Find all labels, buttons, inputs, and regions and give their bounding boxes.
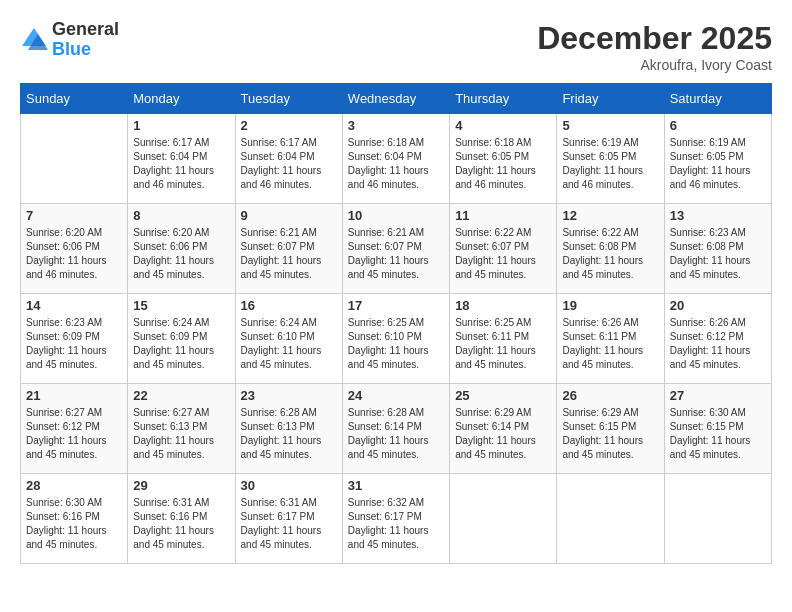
calendar-cell: 6Sunrise: 6:19 AMSunset: 6:05 PMDaylight…: [664, 114, 771, 204]
calendar-cell: 16Sunrise: 6:24 AMSunset: 6:10 PMDayligh…: [235, 294, 342, 384]
day-info: Sunrise: 6:21 AMSunset: 6:07 PMDaylight:…: [348, 226, 444, 282]
day-info: Sunrise: 6:20 AMSunset: 6:06 PMDaylight:…: [26, 226, 122, 282]
logo-general: General: [52, 20, 119, 40]
day-number: 23: [241, 388, 337, 403]
day-info: Sunrise: 6:31 AMSunset: 6:17 PMDaylight:…: [241, 496, 337, 552]
day-info: Sunrise: 6:17 AMSunset: 6:04 PMDaylight:…: [241, 136, 337, 192]
day-info: Sunrise: 6:27 AMSunset: 6:12 PMDaylight:…: [26, 406, 122, 462]
calendar-cell: 21Sunrise: 6:27 AMSunset: 6:12 PMDayligh…: [21, 384, 128, 474]
day-number: 21: [26, 388, 122, 403]
logo-text: General Blue: [52, 20, 119, 60]
day-number: 31: [348, 478, 444, 493]
calendar-cell: [557, 474, 664, 564]
day-number: 18: [455, 298, 551, 313]
calendar-cell: [450, 474, 557, 564]
day-info: Sunrise: 6:24 AMSunset: 6:10 PMDaylight:…: [241, 316, 337, 372]
day-number: 4: [455, 118, 551, 133]
day-info: Sunrise: 6:27 AMSunset: 6:13 PMDaylight:…: [133, 406, 229, 462]
calendar-cell: 5Sunrise: 6:19 AMSunset: 6:05 PMDaylight…: [557, 114, 664, 204]
calendar-header-tuesday: Tuesday: [235, 84, 342, 114]
calendar-cell: 22Sunrise: 6:27 AMSunset: 6:13 PMDayligh…: [128, 384, 235, 474]
day-info: Sunrise: 6:24 AMSunset: 6:09 PMDaylight:…: [133, 316, 229, 372]
day-info: Sunrise: 6:28 AMSunset: 6:13 PMDaylight:…: [241, 406, 337, 462]
calendar-cell: 20Sunrise: 6:26 AMSunset: 6:12 PMDayligh…: [664, 294, 771, 384]
calendar-cell: 17Sunrise: 6:25 AMSunset: 6:10 PMDayligh…: [342, 294, 449, 384]
calendar-week-row: 7Sunrise: 6:20 AMSunset: 6:06 PMDaylight…: [21, 204, 772, 294]
day-number: 26: [562, 388, 658, 403]
page-header: General Blue December 2025 Akroufra, Ivo…: [20, 20, 772, 73]
day-number: 7: [26, 208, 122, 223]
calendar-cell: [21, 114, 128, 204]
calendar-cell: 1Sunrise: 6:17 AMSunset: 6:04 PMDaylight…: [128, 114, 235, 204]
calendar-cell: 4Sunrise: 6:18 AMSunset: 6:05 PMDaylight…: [450, 114, 557, 204]
day-info: Sunrise: 6:18 AMSunset: 6:05 PMDaylight:…: [455, 136, 551, 192]
day-info: Sunrise: 6:17 AMSunset: 6:04 PMDaylight:…: [133, 136, 229, 192]
calendar-cell: 9Sunrise: 6:21 AMSunset: 6:07 PMDaylight…: [235, 204, 342, 294]
calendar-cell: 13Sunrise: 6:23 AMSunset: 6:08 PMDayligh…: [664, 204, 771, 294]
day-number: 10: [348, 208, 444, 223]
day-number: 17: [348, 298, 444, 313]
day-number: 5: [562, 118, 658, 133]
calendar-cell: 10Sunrise: 6:21 AMSunset: 6:07 PMDayligh…: [342, 204, 449, 294]
day-number: 2: [241, 118, 337, 133]
calendar-table: SundayMondayTuesdayWednesdayThursdayFrid…: [20, 83, 772, 564]
day-info: Sunrise: 6:32 AMSunset: 6:17 PMDaylight:…: [348, 496, 444, 552]
day-info: Sunrise: 6:31 AMSunset: 6:16 PMDaylight:…: [133, 496, 229, 552]
calendar-cell: 28Sunrise: 6:30 AMSunset: 6:16 PMDayligh…: [21, 474, 128, 564]
day-info: Sunrise: 6:18 AMSunset: 6:04 PMDaylight:…: [348, 136, 444, 192]
day-info: Sunrise: 6:28 AMSunset: 6:14 PMDaylight:…: [348, 406, 444, 462]
day-info: Sunrise: 6:29 AMSunset: 6:14 PMDaylight:…: [455, 406, 551, 462]
day-number: 30: [241, 478, 337, 493]
day-info: Sunrise: 6:23 AMSunset: 6:08 PMDaylight:…: [670, 226, 766, 282]
day-number: 25: [455, 388, 551, 403]
month-title: December 2025: [537, 20, 772, 57]
calendar-header-friday: Friday: [557, 84, 664, 114]
calendar-cell: 18Sunrise: 6:25 AMSunset: 6:11 PMDayligh…: [450, 294, 557, 384]
calendar-week-row: 14Sunrise: 6:23 AMSunset: 6:09 PMDayligh…: [21, 294, 772, 384]
day-number: 29: [133, 478, 229, 493]
day-number: 22: [133, 388, 229, 403]
day-info: Sunrise: 6:30 AMSunset: 6:15 PMDaylight:…: [670, 406, 766, 462]
calendar-cell: 12Sunrise: 6:22 AMSunset: 6:08 PMDayligh…: [557, 204, 664, 294]
day-info: Sunrise: 6:22 AMSunset: 6:08 PMDaylight:…: [562, 226, 658, 282]
day-info: Sunrise: 6:23 AMSunset: 6:09 PMDaylight:…: [26, 316, 122, 372]
day-number: 6: [670, 118, 766, 133]
day-number: 3: [348, 118, 444, 133]
calendar-cell: 25Sunrise: 6:29 AMSunset: 6:14 PMDayligh…: [450, 384, 557, 474]
day-number: 11: [455, 208, 551, 223]
day-info: Sunrise: 6:25 AMSunset: 6:10 PMDaylight:…: [348, 316, 444, 372]
location: Akroufra, Ivory Coast: [537, 57, 772, 73]
calendar-header-monday: Monday: [128, 84, 235, 114]
day-number: 14: [26, 298, 122, 313]
title-block: December 2025 Akroufra, Ivory Coast: [537, 20, 772, 73]
day-number: 15: [133, 298, 229, 313]
day-info: Sunrise: 6:30 AMSunset: 6:16 PMDaylight:…: [26, 496, 122, 552]
calendar-cell: 11Sunrise: 6:22 AMSunset: 6:07 PMDayligh…: [450, 204, 557, 294]
calendar-cell: 8Sunrise: 6:20 AMSunset: 6:06 PMDaylight…: [128, 204, 235, 294]
calendar-cell: 31Sunrise: 6:32 AMSunset: 6:17 PMDayligh…: [342, 474, 449, 564]
day-info: Sunrise: 6:19 AMSunset: 6:05 PMDaylight:…: [670, 136, 766, 192]
calendar-cell: 29Sunrise: 6:31 AMSunset: 6:16 PMDayligh…: [128, 474, 235, 564]
day-info: Sunrise: 6:20 AMSunset: 6:06 PMDaylight:…: [133, 226, 229, 282]
calendar-header-saturday: Saturday: [664, 84, 771, 114]
calendar-cell: 27Sunrise: 6:30 AMSunset: 6:15 PMDayligh…: [664, 384, 771, 474]
day-number: 28: [26, 478, 122, 493]
day-info: Sunrise: 6:19 AMSunset: 6:05 PMDaylight:…: [562, 136, 658, 192]
day-number: 9: [241, 208, 337, 223]
calendar-header-wednesday: Wednesday: [342, 84, 449, 114]
logo-icon: [20, 26, 48, 54]
calendar-week-row: 21Sunrise: 6:27 AMSunset: 6:12 PMDayligh…: [21, 384, 772, 474]
day-number: 13: [670, 208, 766, 223]
day-number: 16: [241, 298, 337, 313]
calendar-cell: 14Sunrise: 6:23 AMSunset: 6:09 PMDayligh…: [21, 294, 128, 384]
calendar-header-thursday: Thursday: [450, 84, 557, 114]
calendar-cell: 24Sunrise: 6:28 AMSunset: 6:14 PMDayligh…: [342, 384, 449, 474]
calendar-header-row: SundayMondayTuesdayWednesdayThursdayFrid…: [21, 84, 772, 114]
calendar-header-sunday: Sunday: [21, 84, 128, 114]
calendar-week-row: 1Sunrise: 6:17 AMSunset: 6:04 PMDaylight…: [21, 114, 772, 204]
day-number: 20: [670, 298, 766, 313]
day-info: Sunrise: 6:29 AMSunset: 6:15 PMDaylight:…: [562, 406, 658, 462]
day-info: Sunrise: 6:25 AMSunset: 6:11 PMDaylight:…: [455, 316, 551, 372]
calendar-cell: 19Sunrise: 6:26 AMSunset: 6:11 PMDayligh…: [557, 294, 664, 384]
calendar-cell: 26Sunrise: 6:29 AMSunset: 6:15 PMDayligh…: [557, 384, 664, 474]
